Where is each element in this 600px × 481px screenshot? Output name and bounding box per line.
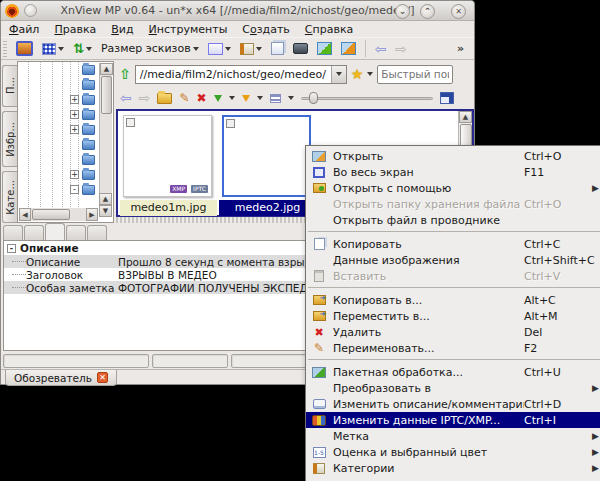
context-menu-item[interactable]: Во весь экран F11 <box>306 164 600 180</box>
context-menu-item[interactable]: Изменить данные IPTC/XMP... Ctrl+I <box>306 412 600 428</box>
menu-bar-item[interactable]: Инструменты <box>149 23 228 36</box>
info-tab-гистограмма[interactable] <box>24 225 44 240</box>
context-menu-item[interactable]: Открыть файл в проводнике <box>306 212 600 228</box>
chevron-down-icon[interactable] <box>367 72 373 76</box>
scroll-up-button[interactable]: ▲ <box>100 63 113 75</box>
context-menu-item[interactable]: Открыть Ctrl+O <box>306 148 600 164</box>
chevron-down-icon[interactable] <box>225 47 231 51</box>
parent-folder-icon[interactable]: ⇧ <box>119 66 131 82</box>
tree-expander-icon[interactable]: + <box>70 110 79 119</box>
copy-files-button[interactable] <box>269 39 286 58</box>
context-menu-item[interactable]: Удалить Del <box>306 324 600 340</box>
folder-tree[interactable]: ++++- ▲ ▲ ▼ ◀ ▶ <box>17 61 114 223</box>
toolbar-overflow-button[interactable]: » <box>457 42 464 55</box>
close-window-button[interactable] <box>451 4 466 19</box>
context-menu-item[interactable]: Вставить Ctrl+V <box>306 268 600 284</box>
slideshow-button[interactable] <box>206 39 233 58</box>
favorites-star-icon[interactable]: ★ <box>351 66 364 82</box>
chevron-down-icon[interactable] <box>86 47 92 51</box>
tree-expander-icon[interactable]: + <box>70 95 79 104</box>
thumbnail-checkbox[interactable] <box>126 118 135 127</box>
chevron-down-icon[interactable] <box>256 47 262 51</box>
context-menu-item[interactable]: Метка ▶ <box>306 428 600 444</box>
sidebar-tab[interactable]: Избр... <box>2 111 17 167</box>
tree-vertical-scrollbar[interactable]: ▲ <box>99 63 112 193</box>
chevron-down-icon[interactable] <box>288 96 294 100</box>
menu-bar-item[interactable]: Справка <box>305 23 353 36</box>
scroll-right-button[interactable]: ▶ <box>86 208 98 221</box>
context-menu-item[interactable]: Открыть с помощью ▶ <box>306 180 600 196</box>
scroll-down-button[interactable]: ▼ <box>99 205 112 217</box>
menu-bar-item[interactable]: Файл <box>9 23 39 36</box>
chevron-down-icon[interactable] <box>257 96 263 100</box>
thumbnail-checkbox[interactable] <box>226 119 235 128</box>
tree-horizontal-scrollbar[interactable]: ◀ ▶ <box>19 208 98 221</box>
rename-icon[interactable]: ✎ <box>179 91 189 105</box>
list-view-icon[interactable] <box>270 94 281 103</box>
sort-button[interactable]: ⇅ <box>71 39 94 58</box>
delete-icon[interactable]: ✖ <box>197 91 207 105</box>
chevron-down-icon[interactable] <box>193 47 199 51</box>
close-tab-icon[interactable] <box>97 372 108 383</box>
info-tab-свойства[interactable] <box>3 225 23 240</box>
menu-bar-item[interactable]: Правка <box>54 23 96 36</box>
context-menu-item[interactable]: Копировать Ctrl+C <box>306 236 600 252</box>
info-tab-xmp[interactable] <box>66 225 86 240</box>
thumbnail-item[interactable]: XMPIPTC medeo1m.jpg <box>120 113 217 216</box>
scroll-left-button[interactable]: ◀ <box>19 208 31 221</box>
thumbnail-card[interactable]: XMPIPTC <box>123 115 212 197</box>
maximize-window-button[interactable] <box>420 4 435 19</box>
thumbnail-layout-button[interactable] <box>40 39 66 58</box>
thumbnail-size-slider[interactable] <box>301 92 433 104</box>
chevron-down-icon[interactable] <box>58 47 64 51</box>
menu-bar-item[interactable]: Вид <box>111 23 133 36</box>
tree-expander-icon[interactable]: - <box>70 185 79 194</box>
convert-button[interactable] <box>339 39 358 58</box>
thumbnail-size-button[interactable]: Размер эскизов <box>99 39 201 58</box>
back-arrow-icon[interactable]: ⇦ <box>120 91 132 105</box>
slider-track[interactable] <box>301 97 433 100</box>
panel-layout-icon[interactable] <box>440 92 454 104</box>
view-mode-button[interactable] <box>14 39 35 58</box>
slider-thumb[interactable] <box>309 92 318 104</box>
context-menu-item[interactable]: Пакетная обработка... Ctrl+U <box>306 364 600 380</box>
window-menu-button[interactable] <box>24 4 37 17</box>
forward-arrow-icon[interactable]: ⇨ <box>139 91 151 105</box>
context-menu-item[interactable]: Переместить в... Alt+M <box>306 308 600 324</box>
context-menu-item[interactable]: Оценка и выбранный цвет ▶ <box>306 444 600 460</box>
scroll-up-button[interactable]: ▲ <box>99 193 112 205</box>
context-menu-item[interactable]: Данные изображения Ctrl+Shift+C <box>306 252 600 268</box>
thumbnail-card[interactable] <box>222 115 311 197</box>
tree-expander-icon[interactable]: - <box>7 244 16 253</box>
filter-highlight-icon[interactable] <box>242 95 250 102</box>
address-dropdown-button[interactable] <box>331 66 346 83</box>
history-back-button[interactable]: ⇦ <box>373 39 389 58</box>
capture-button[interactable] <box>291 39 310 58</box>
chevron-down-icon[interactable] <box>229 96 235 100</box>
thumbnail-item[interactable]: medeo2.jpg <box>219 113 316 216</box>
shade-window-button[interactable] <box>395 4 410 19</box>
sidebar-tab[interactable]: Кате... <box>2 171 17 223</box>
info-tab-exiftool[interactable] <box>87 225 107 240</box>
export-button[interactable] <box>315 39 334 58</box>
menu-bar-item[interactable]: Создать <box>242 23 290 36</box>
context-menu-item[interactable]: Переименовать... F2 <box>306 340 600 356</box>
filter-icon[interactable] <box>214 95 222 102</box>
info-tab-iptc-iim[interactable] <box>45 223 65 240</box>
title-bar[interactable]: XnView MP v0.64 - un*x x64 [//media/film… <box>1 1 474 21</box>
context-menu-item[interactable]: Открыть папку хранения файла Ctrl+O <box>306 196 600 212</box>
scroll-up-button[interactable]: ▲ <box>459 111 472 123</box>
history-forward-button[interactable]: ⇨ <box>393 39 409 58</box>
context-menu-item[interactable]: Категории ▶ <box>306 460 600 476</box>
scrollbar-thumb[interactable] <box>32 209 70 220</box>
context-menu-item[interactable]: Изменить описание/комментарий... Ctrl+D <box>306 396 600 412</box>
address-combo[interactable]: //media/film2/nichost/geo/medeo/ <box>135 65 347 84</box>
sidebar-tab[interactable]: П... <box>2 65 17 107</box>
scrollbar-thumb[interactable] <box>101 76 112 114</box>
new-folder-icon[interactable] <box>157 93 172 104</box>
tree-expander-icon[interactable]: + <box>70 170 79 179</box>
context-menu-item[interactable]: Копировать в... Alt+C <box>306 292 600 308</box>
scrollbar-track[interactable] <box>71 208 86 221</box>
toolbar-grip[interactable] <box>3 41 7 57</box>
context-menu-item[interactable]: Преобразовать в ▶ <box>306 380 600 396</box>
